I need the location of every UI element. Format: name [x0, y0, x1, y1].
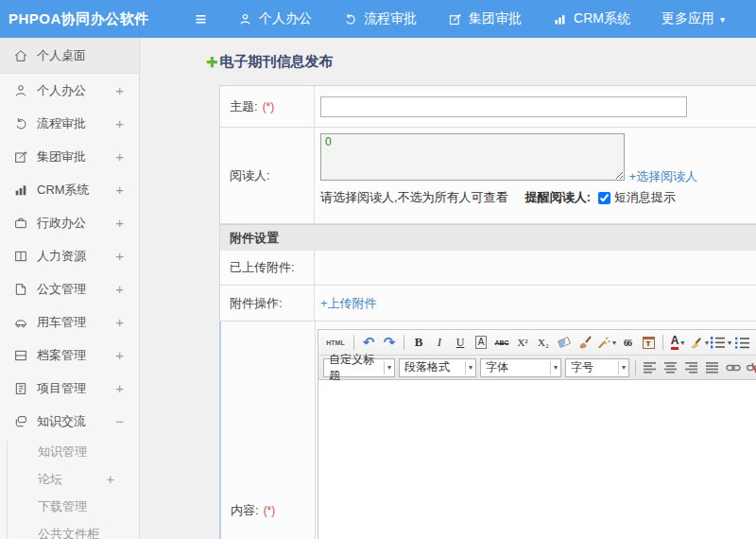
paintbrush-icon — [577, 335, 593, 350]
nav-crm-system[interactable]: CRM系统 — [553, 10, 630, 27]
uploaded-label-cell: 已上传附件: — [220, 251, 315, 285]
paragraph-format-select[interactable]: 段落格式▾ — [399, 358, 476, 377]
sidebar-item-crm-system[interactable]: CRM系统 + — [0, 173, 139, 206]
font-size-select[interactable]: 字号▾ — [565, 358, 629, 377]
archive-box-icon — [13, 348, 28, 363]
sidebar-item-personal-office[interactable]: 个人办公 + — [0, 74, 139, 107]
content-label-cell: 内容: (*) — [221, 322, 316, 539]
expand-toggle[interactable]: + — [115, 281, 124, 297]
expand-toggle[interactable]: + — [115, 82, 124, 98]
sidebar-item-knowledge-exchange[interactable]: 知识交流 − — [0, 405, 139, 438]
eraser-icon — [558, 337, 571, 348]
hamburger-menu-icon[interactable]: ≡ — [185, 1, 215, 37]
sidebar-item-workflow-approval[interactable]: 流程审批 + — [0, 107, 139, 140]
expand-toggle[interactable]: + — [115, 248, 124, 264]
editor-toolbar: HTML ↶ ↷ B I U A ABC X² X₂ ▾ — [318, 329, 756, 380]
blockquote-button[interactable]: 66 — [618, 333, 637, 353]
link-icon — [726, 362, 741, 374]
toolbar-separator — [353, 335, 354, 350]
expand-toggle[interactable]: + — [115, 314, 124, 330]
font-family-select[interactable]: 字体▾ — [480, 358, 561, 377]
ordered-list-icon — [711, 336, 726, 349]
sidebar-item-label: CRM系统 — [37, 182, 115, 199]
select-readers-link[interactable]: +选择阅读人 — [628, 168, 697, 185]
unordered-list-icon — [735, 336, 750, 349]
uploaded-attachments-content — [315, 251, 756, 285]
expand-toggle[interactable]: + — [115, 182, 124, 198]
sidebar-item-group-approval[interactable]: 集团审批 + — [0, 140, 139, 173]
sidebar-item-archive-management[interactable]: 档案管理 + — [0, 339, 139, 372]
sidebar-item-human-resources[interactable]: 人力资源 + — [0, 239, 139, 272]
nav-label: CRM系统 — [574, 10, 630, 27]
expand-toggle[interactable]: + — [115, 215, 124, 231]
underline-button[interactable]: U — [451, 333, 470, 353]
car-icon — [13, 315, 28, 330]
expand-toggle[interactable]: + — [107, 472, 114, 487]
bold-button[interactable]: B — [409, 333, 428, 353]
subject-label: 主题: — [230, 98, 258, 115]
italic-button[interactable]: I — [430, 333, 449, 353]
sidebar-item-label: 流程审批 — [37, 115, 115, 132]
sidebar-subitem-download-management[interactable]: 下载管理 — [0, 493, 139, 520]
nav-personal-office[interactable]: 个人办公 — [238, 10, 312, 27]
sms-remind-checkbox[interactable] — [598, 192, 610, 204]
highlight-color-button[interactable]: ▾ — [689, 333, 709, 353]
unordered-list-button[interactable] — [733, 333, 752, 353]
sidebar-item-admin-office[interactable]: 行政办公 + — [0, 206, 139, 239]
subject-content-cell — [315, 86, 756, 127]
remove-format-button[interactable] — [555, 333, 574, 353]
expand-toggle[interactable]: + — [115, 115, 124, 131]
remind-readers-label: 提醒阅读人: — [525, 189, 591, 206]
green-plus-icon: ✚ — [206, 54, 218, 71]
ordered-list-button[interactable]: ▾ — [711, 333, 731, 353]
sidebar-item-vehicle-management[interactable]: 用车管理 + — [0, 305, 139, 339]
toolbar-separator — [635, 360, 636, 375]
sidebar-subitem-label: 论坛 — [38, 471, 107, 488]
editor-content-area[interactable] — [318, 380, 756, 539]
sidebar-subitem-label: 下载管理 — [38, 498, 114, 515]
nav-workflow-approval[interactable]: 流程审批 — [343, 10, 417, 27]
subject-row: 主题: (*) — [220, 86, 756, 128]
sidebar-item-document-management[interactable]: 公文管理 + — [0, 272, 139, 305]
justify-button[interactable] — [703, 357, 722, 377]
strikethrough-button[interactable]: ABC — [492, 333, 511, 353]
content-editor-cell: HTML ↶ ↷ B I U A ABC X² X₂ ▾ — [316, 322, 756, 539]
sidebar-item-project-management[interactable]: 项目管理 + — [0, 372, 139, 405]
font-color-button[interactable]: A▾ — [668, 333, 687, 353]
redo-button[interactable]: ↷ — [380, 333, 399, 353]
sidebar-subitem-knowledge-management[interactable]: 知识管理 — [0, 438, 139, 465]
required-mark: (*) — [264, 504, 276, 517]
align-left-button[interactable] — [641, 357, 660, 377]
nav-label: 更多应用 — [662, 10, 714, 27]
html-source-button[interactable]: HTML — [322, 333, 349, 353]
expand-toggle[interactable]: + — [115, 148, 124, 165]
sidebar-subitem-public-file-cabinet[interactable]: 公共文件柜 — [0, 520, 139, 539]
insert-link-button[interactable] — [724, 357, 743, 377]
upload-attachment-link[interactable]: +上传附件 — [320, 295, 377, 312]
sidebar-subitem-forum[interactable]: 论坛 + — [0, 465, 139, 493]
format-painter-button[interactable] — [576, 333, 594, 353]
readers-textarea[interactable]: 0 — [320, 133, 625, 181]
align-center-button[interactable] — [662, 357, 680, 377]
paste-text-button[interactable]: T — [639, 333, 658, 353]
nav-more-apps[interactable]: 更多应用 ▾ — [662, 10, 725, 27]
font-border-button[interactable]: A — [472, 333, 490, 353]
sidebar-item-label: 知识交流 — [37, 413, 115, 430]
sidebar-item-personal-desktop[interactable]: 个人桌面 — [0, 38, 139, 74]
undo-button[interactable]: ↶ — [359, 333, 378, 353]
caret-down-icon: ▾ — [728, 339, 731, 347]
app-header: PHPOA协同办公软件 ≡ 个人办公 流程审批 集团审批 CRM系统 更多应用 … — [0, 0, 756, 38]
subject-input[interactable] — [320, 96, 687, 117]
sidebar-item-label: 用车管理 — [37, 314, 115, 331]
expand-toggle[interactable]: + — [115, 347, 124, 363]
align-right-button[interactable] — [682, 357, 701, 377]
expand-toggle[interactable]: + — [115, 380, 124, 396]
home-icon — [13, 48, 28, 63]
subscript-button[interactable]: X₂ — [534, 333, 553, 353]
superscript-button[interactable]: X² — [513, 333, 532, 353]
nav-group-approval[interactable]: 集团审批 — [448, 10, 522, 27]
expand-toggle[interactable]: − — [115, 413, 124, 429]
autotypeset-button[interactable]: ▾ — [596, 333, 616, 353]
unlink-button[interactable] — [745, 357, 756, 377]
custom-heading-select[interactable]: 自定义标题▾ — [323, 358, 395, 377]
